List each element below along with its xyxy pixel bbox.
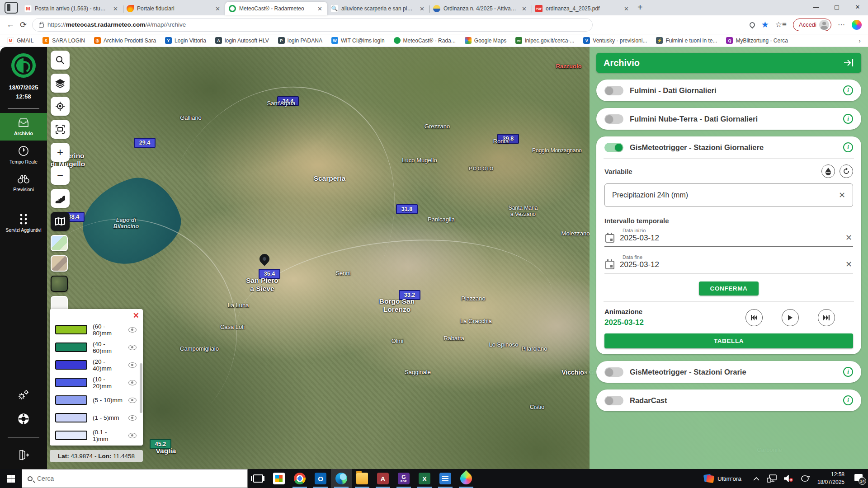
support-lifebuoy-icon[interactable]	[17, 413, 30, 425]
taskbar-app-bluedoc[interactable]	[435, 469, 456, 488]
map-fit-button[interactable]	[51, 120, 70, 139]
tab-pdf[interactable]: PDF ordinanza_4_2025.pdf ✕	[532, 2, 634, 15]
info-icon[interactable]: i	[843, 142, 853, 152]
taskbar-app-excel[interactable]: X	[414, 469, 435, 488]
favorites-list-icon[interactable]: ☆≡	[775, 20, 787, 29]
taskbar-app-outlook[interactable]: O	[310, 469, 331, 488]
maximize-button[interactable]: ▢	[826, 0, 847, 14]
settings-gears-icon[interactable]	[17, 389, 30, 401]
taskbar-app-gespop[interactable]: GPOP	[393, 469, 414, 488]
search-input[interactable]	[37, 475, 242, 482]
bookmark-google-maps[interactable]: Google Maps	[465, 37, 506, 44]
taskbar-app-explorer[interactable]	[352, 469, 373, 488]
taskbar-app-edge[interactable]	[331, 469, 352, 488]
legend-close-icon[interactable]: ✕	[133, 311, 139, 320]
sidebar-item-servizi-aggiuntivi[interactable]: Servizi Aggiuntivi	[0, 209, 47, 237]
toggle-switch[interactable]	[604, 367, 623, 377]
tabella-button[interactable]: TABELLA	[604, 333, 853, 348]
collapse-panel-icon[interactable]	[843, 58, 854, 67]
measure-button[interactable]	[51, 189, 70, 208]
tray-clock[interactable]: 12:58 18/07/2025	[817, 471, 844, 487]
eye-icon[interactable]	[128, 433, 137, 438]
close-tab-icon[interactable]: ✕	[623, 5, 630, 12]
eye-icon[interactable]	[128, 415, 137, 421]
minimize-button[interactable]: —	[806, 0, 826, 14]
close-tab-icon[interactable]: ✕	[112, 5, 119, 12]
reload-icon[interactable]: ⟳	[20, 20, 27, 30]
zoom-out-button[interactable]: −	[51, 166, 70, 185]
refresh-button[interactable]	[840, 164, 853, 178]
notification-icon[interactable]: 14	[852, 474, 863, 483]
tab-gmail[interactable]: M Posta in arrivo (1.563) - studiopag ✕	[21, 2, 123, 15]
clear-icon[interactable]: ✕	[845, 259, 852, 269]
volume-muted-icon[interactable]	[784, 475, 794, 482]
bookmark-fulmini[interactable]: ⚡Fulmini e tuoni in te...	[656, 37, 717, 44]
bookmark-login-vittoria[interactable]: YLogin Vittoria	[165, 37, 206, 44]
basemap-thumb-terrain[interactable]	[51, 255, 68, 272]
calendar-icon[interactable]	[605, 261, 614, 269]
clear-icon[interactable]: ✕	[839, 190, 845, 200]
skip-next-button[interactable]	[818, 309, 835, 326]
station-marker[interactable]: 31.8	[396, 204, 418, 214]
info-icon[interactable]: i	[843, 395, 853, 405]
toggle-switch[interactable]	[604, 396, 623, 405]
bookmark-inipec[interactable]: INIinipec.gov.it/cerca-...	[515, 37, 574, 44]
satellite-map[interactable]: San Bavello Carbonile La Ginestra 29.4 3…	[47, 47, 868, 469]
eye-icon[interactable]	[128, 345, 137, 350]
favorite-star-icon[interactable]: ★	[761, 19, 769, 30]
start-button[interactable]	[0, 469, 22, 488]
bookmark-archivio-prodotti[interactable]: ◎Archivio Prodotti Sara	[94, 37, 156, 44]
legend-scrollbar[interactable]	[140, 363, 142, 413]
play-button[interactable]	[782, 309, 799, 326]
taskbar-app-access[interactable]: A	[373, 469, 393, 488]
variabile-select[interactable]: Precipitazioni 24h (mm) ✕	[604, 183, 853, 207]
eye-icon[interactable]	[128, 380, 137, 385]
basemap-thumb-satellite[interactable]	[51, 276, 68, 292]
station-marker[interactable]: 45.2	[150, 439, 171, 449]
toggle-switch[interactable]	[604, 86, 623, 95]
toggle-switch[interactable]	[604, 114, 623, 124]
map-search-button[interactable]	[51, 51, 70, 70]
zoom-in-button[interactable]: +	[51, 143, 70, 162]
taskbar-app-store[interactable]	[269, 469, 289, 488]
bookmark-gmail[interactable]: MGMAIL	[7, 37, 33, 44]
tab-actions-icon[interactable]	[5, 2, 18, 14]
close-button[interactable]: ✕	[847, 0, 868, 14]
bookmark-myblitzortung[interactable]: QMyBlitzortung - Cerca	[726, 37, 788, 44]
close-tab-icon[interactable]: ✕	[214, 5, 222, 12]
close-tab-icon[interactable]: ✕	[520, 5, 528, 12]
bookmark-login-autosoft[interactable]: Alogin Autosoft HLV	[215, 37, 269, 44]
station-marker[interactable]: 29.4	[134, 138, 156, 148]
back-icon[interactable]: ←	[6, 20, 14, 29]
data-fine-field[interactable]: Data fine 2025-03-12 ✕	[604, 258, 853, 273]
eye-icon[interactable]	[128, 398, 137, 403]
tab-ordinanza[interactable]: Ordinanza n. 4/2025 - Attivazione ✕	[429, 2, 532, 15]
bookmark-ventusky[interactable]: VVentusky - previsioni...	[583, 37, 647, 44]
variable-type-button[interactable]	[821, 164, 835, 178]
sidebar-item-previsioni[interactable]: Previsioni	[0, 169, 47, 197]
info-icon[interactable]: i	[843, 85, 853, 95]
taskbar-search[interactable]	[22, 469, 248, 488]
browser-menu-icon[interactable]: ⋯	[838, 20, 845, 29]
conferma-button[interactable]: CONFERMA	[699, 282, 759, 296]
accedi-button[interactable]: Accedi	[793, 19, 831, 31]
tab-search-alluvione[interactable]: 🔍 alluvione scarperia e san piero (FI ✕	[327, 2, 429, 15]
data-inizio-field[interactable]: Data inizio 2025-03-12 ✕	[604, 232, 853, 247]
close-tab-icon[interactable]: ✕	[418, 5, 426, 12]
eye-icon[interactable]	[128, 327, 137, 333]
basemap-thumb-streets[interactable]	[51, 235, 68, 251]
sidebar-item-tempo-reale[interactable]: Tempo Reale	[0, 141, 47, 169]
sidebar-item-archivio[interactable]: Archivio	[0, 113, 47, 141]
new-tab-button[interactable]: +	[637, 2, 643, 13]
bookmark-login-padana[interactable]: Plogin PADANA	[278, 37, 322, 44]
eye-icon[interactable]	[128, 362, 137, 368]
location-pin-icon[interactable]	[748, 21, 756, 28]
bookmark-meteocast[interactable]: MeteoCast® - Rada...	[394, 37, 456, 44]
screen-cast-icon[interactable]	[801, 475, 810, 482]
map-layers-button[interactable]	[51, 74, 70, 93]
taskbar-app-chrome[interactable]	[289, 469, 310, 488]
url-field[interactable]: https://meteocast.radarmeteo.com/#/map/A…	[32, 18, 593, 32]
info-icon[interactable]: i	[843, 367, 853, 377]
tab-portale-fiduciari[interactable]: Portale fiduciari ✕	[123, 2, 225, 15]
logout-icon[interactable]	[18, 449, 29, 461]
